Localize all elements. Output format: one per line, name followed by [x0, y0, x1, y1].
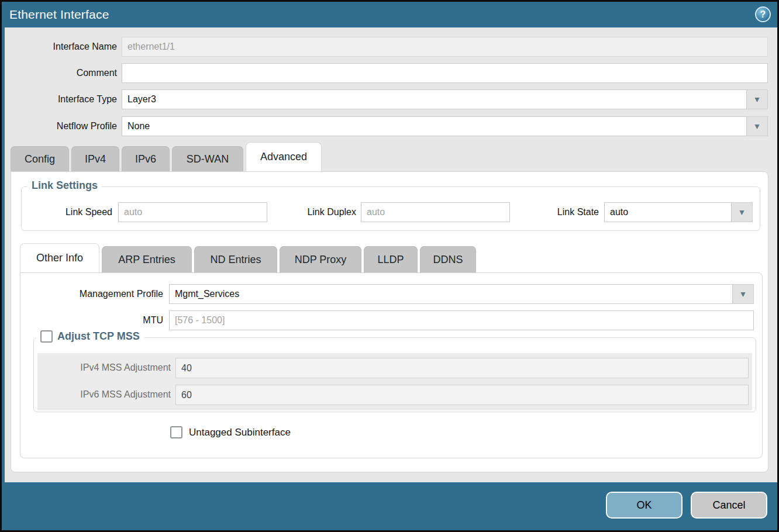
- link-settings-fieldset: Link Settings Link Speed Link Duplex Lin…: [21, 186, 760, 231]
- management-profile-label: Management Profile: [20, 284, 163, 304]
- tab-config[interactable]: Config: [11, 146, 69, 171]
- link-state-combo: ▼: [604, 202, 753, 222]
- netflow-profile-combo: ▼: [122, 116, 768, 136]
- chevron-down-icon: ▼: [739, 290, 747, 298]
- untagged-subinterface-checkbox[interactable]: [170, 426, 182, 438]
- tab-other-info[interactable]: Other Info: [20, 243, 99, 272]
- link-speed-label: Link Speed: [25, 202, 112, 222]
- link-state-input[interactable]: [604, 202, 732, 222]
- adjust-tcp-mss-checkbox[interactable]: [40, 330, 53, 343]
- dialog-body: Interface Name Comment Interface Type ▼ …: [5, 27, 779, 482]
- interface-type-dropdown-button[interactable]: ▼: [747, 89, 768, 109]
- netflow-profile-input[interactable]: [122, 116, 747, 136]
- adjust-tcp-mss-legend: Adjust TCP MSS: [36, 330, 144, 343]
- link-settings-legend: Link Settings: [27, 179, 102, 192]
- mtu-input[interactable]: [169, 310, 754, 330]
- adjust-tcp-mss-fieldset: Adjust TCP MSS IPv4 MSS Adjustment IPv6 …: [33, 337, 756, 412]
- chevron-down-icon: ▼: [738, 208, 746, 216]
- advanced-tab-panel: Link Settings Link Speed Link Duplex Lin…: [11, 171, 768, 472]
- cancel-button[interactable]: Cancel: [691, 492, 767, 519]
- ipv6-mss-label: IPv6 MSS Adjustment: [37, 385, 171, 405]
- help-icon[interactable]: ?: [755, 6, 771, 22]
- link-state-label: Link State: [535, 202, 599, 222]
- tab-lldp[interactable]: LLDP: [364, 246, 418, 272]
- comment-input[interactable]: [122, 63, 768, 83]
- untagged-subinterface-row: Untagged Subinterface: [170, 426, 291, 438]
- other-info-panel: Management Profile ▼ MTU Adjust TCP MSS …: [20, 272, 763, 458]
- interface-type-input[interactable]: [122, 89, 747, 109]
- ethernet-interface-dialog: Ethernet Interface ? Interface Name Comm…: [0, 0, 779, 532]
- link-duplex-label: Link Duplex: [292, 202, 356, 222]
- netflow-profile-label: Netflow Profile: [5, 116, 117, 136]
- tab-ddns[interactable]: DDNS: [420, 246, 476, 272]
- management-profile-input[interactable]: [169, 284, 733, 304]
- mss-disabled-area: IPv4 MSS Adjustment IPv6 MSS Adjustment: [37, 353, 752, 410]
- tab-arp-entries[interactable]: ARP Entries: [102, 246, 192, 272]
- netflow-profile-dropdown-button[interactable]: ▼: [747, 116, 768, 136]
- ipv4-mss-label: IPv4 MSS Adjustment: [37, 358, 171, 378]
- untagged-subinterface-label: Untagged Subinterface: [189, 427, 291, 438]
- chevron-down-icon: ▼: [753, 95, 761, 103]
- link-speed-input[interactable]: [118, 202, 267, 222]
- comment-label: Comment: [5, 63, 117, 83]
- ipv6-mss-input: [175, 385, 749, 405]
- tab-advanced[interactable]: Advanced: [246, 142, 322, 171]
- management-profile-combo: ▼: [169, 284, 754, 304]
- interface-type-combo: ▼: [122, 89, 768, 109]
- link-duplex-input[interactable]: [361, 202, 510, 222]
- ok-button[interactable]: OK: [606, 492, 683, 519]
- adjust-tcp-mss-legend-text: Adjust TCP MSS: [57, 330, 140, 343]
- link-settings-legend-text: Link Settings: [32, 179, 98, 192]
- tab-ndp-proxy[interactable]: NDP Proxy: [280, 246, 361, 272]
- interface-name-input: [122, 37, 768, 57]
- tab-nd-entries[interactable]: ND Entries: [194, 246, 277, 272]
- interface-name-label: Interface Name: [5, 37, 117, 57]
- management-profile-dropdown-button[interactable]: ▼: [733, 284, 754, 304]
- tab-ipv6[interactable]: IPv6: [122, 146, 170, 171]
- chevron-down-icon: ▼: [753, 122, 761, 130]
- tab-ipv4[interactable]: IPv4: [71, 146, 119, 171]
- inner-tab-bar: Other Info ARP Entries ND Entries NDP Pr…: [20, 243, 476, 272]
- link-state-dropdown-button[interactable]: ▼: [732, 202, 753, 222]
- mtu-label: MTU: [20, 310, 163, 330]
- tab-sd-wan[interactable]: SD-WAN: [172, 146, 243, 171]
- dialog-titlebar: Ethernet Interface ?: [2, 2, 777, 27]
- main-tab-bar: Config IPv4 IPv6 SD-WAN Advanced: [11, 143, 322, 171]
- dialog-title: Ethernet Interface: [9, 8, 109, 22]
- ipv4-mss-input: [175, 358, 749, 378]
- interface-type-label: Interface Type: [5, 89, 117, 109]
